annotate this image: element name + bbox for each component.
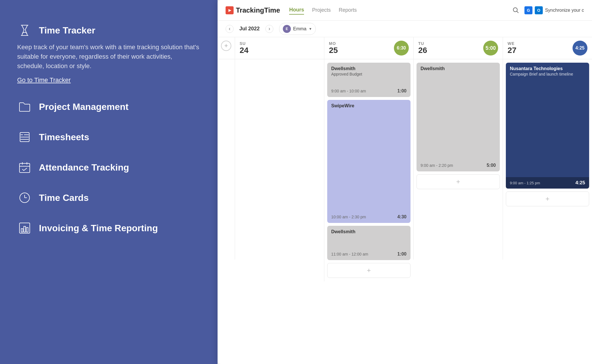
nav-links: Hours Projects Reports [289, 6, 502, 15]
sync-label: Synchronize your c [545, 8, 584, 13]
next-week-button[interactable]: › [265, 25, 273, 33]
user-name: Emma [293, 26, 306, 31]
svg-rect-14 [24, 226, 25, 232]
svg-rect-5 [19, 163, 30, 173]
search-button[interactable] [511, 5, 521, 15]
prev-week-button[interactable]: ‹ [226, 25, 234, 33]
day-name-we: WE [508, 41, 516, 46]
chart-icon [17, 221, 32, 236]
svg-line-17 [517, 11, 518, 13]
we-hours-badge: 4:25 [573, 41, 587, 56]
sync-area: G O Synchronize your c [524, 6, 584, 14]
nav-reports[interactable]: Reports [339, 6, 357, 14]
nav-hours[interactable]: Hours [289, 6, 304, 15]
event-footer: 11:00 am - 12:00 am 1:00 [331, 249, 406, 257]
time-cards-label: Time Cards [39, 193, 89, 203]
feature-attendance-tracking[interactable]: Attendance Tracking [17, 160, 200, 175]
day-info-mo: MO 25 [329, 41, 338, 55]
nav-projects[interactable]: Projects [312, 6, 331, 14]
event-footer: 9:00 am - 10:00 am 1:00 [331, 86, 406, 94]
app-header: TrackingTime Hours Projects Reports G O … [218, 0, 592, 21]
invoicing-label: Invoicing & Time Reporting [39, 223, 158, 234]
day-header-su24: SU 24 [235, 37, 324, 59]
event-subtitle: Approved Budget [331, 72, 406, 76]
event-duration: 1:00 [397, 88, 406, 94]
event-we-nusantara[interactable]: Nusantara Technologies Campaign Brief an… [506, 63, 589, 189]
project-management-label: Project Management [39, 102, 129, 112]
day-num-mo: 25 [329, 46, 338, 55]
day-info-tu: TU 26 [418, 41, 427, 55]
mo-hours-badge: 6:30 [394, 41, 409, 56]
mo25-events-col: Dwellsmith Approved Budget 9:00 am - 10:… [324, 59, 413, 281]
calendar-area: + SU 24 MO 25 6:30 TU [218, 37, 592, 364]
event-title: Dwellsmith [421, 66, 496, 71]
day-num-tu: 26 [418, 46, 427, 55]
header-right: G O Synchronize your c [511, 5, 584, 15]
day-num-we: 27 [508, 46, 516, 55]
day-name-mo: MO [329, 41, 338, 46]
svg-rect-13 [21, 229, 23, 232]
event-time-range: 9:00 am - 2:20 pm [421, 163, 453, 168]
hourglass-icon [17, 23, 32, 38]
attendance-tracking-label: Attendance Tracking [39, 162, 129, 173]
event-title: Nusantara Technologies [510, 66, 585, 71]
left-panel: Time Tracker Keep track of your team's w… [0, 0, 218, 364]
calendar-check-icon [17, 160, 32, 175]
event-duration: 5:00 [487, 163, 496, 168]
clock-icon [17, 190, 32, 205]
day-header-we27: WE 27 4:25 [503, 37, 592, 59]
calendar-body: Dwellsmith Approved Budget 9:00 am - 10:… [218, 59, 592, 364]
event-mo-dwellsmith-2[interactable]: Dwellsmith 11:00 am - 12:00 am 1:00 [327, 226, 411, 260]
right-panel: TrackingTime Hours Projects Reports G O … [218, 0, 592, 364]
logo-icon [226, 6, 234, 14]
day-info-su: SU 24 [240, 41, 248, 55]
svg-point-16 [513, 8, 517, 12]
go-to-time-tracker-link[interactable]: Go to Time Tracker [17, 76, 200, 84]
event-footer: 9:00 am - 2:20 pm 5:00 [421, 161, 496, 168]
tu-add-slot[interactable]: + [417, 174, 500, 189]
day-header-mo25: MO 25 6:30 [324, 37, 413, 59]
list-icon [17, 130, 32, 145]
event-title: Dwellsmith [331, 229, 406, 234]
timesheets-label: Timesheets [39, 132, 89, 143]
feature-time-tracker: Time Tracker [17, 23, 200, 38]
we-add-slot[interactable]: + [506, 191, 589, 206]
feature-timesheets[interactable]: Timesheets [17, 130, 200, 145]
spacer: + [218, 37, 235, 59]
event-time-range: 11:00 am - 12:00 am [331, 252, 368, 256]
google-calendar-icon: G [524, 6, 532, 14]
mo-add-slot[interactable]: + [327, 263, 411, 278]
sub-header: ‹ Jul 2022 › E Emma ▼ [218, 21, 592, 37]
day-info-we: WE 27 [508, 41, 516, 55]
time-tracker-label: Time Tracker [39, 25, 95, 36]
add-event-button[interactable]: + [221, 41, 231, 51]
event-mo-dwellsmith-1[interactable]: Dwellsmith Approved Budget 9:00 am - 10:… [327, 63, 411, 97]
user-selector[interactable]: E Emma ▼ [279, 23, 316, 35]
event-title: Dwellsmith [331, 66, 406, 71]
su24-events-col [235, 59, 324, 260]
day-header-tu26: TU 26 5:00 [413, 37, 503, 59]
event-footer: 10:00 am - 2:30 pm 4:30 [331, 212, 406, 219]
we-time-range: 9:00 am - 1:25 pm [510, 181, 540, 185]
event-tu-dwellsmith[interactable]: Dwellsmith 9:00 am - 2:20 pm 5:00 [417, 63, 500, 171]
day-headers: + SU 24 MO 25 6:30 TU [218, 37, 592, 59]
event-time-range: 9:00 am - 10:00 am [331, 89, 366, 93]
time-tracker-description: Keep track of your team's work with a ti… [17, 42, 200, 71]
folder-icon [17, 99, 32, 114]
tu26-events-col: Dwellsmith 9:00 am - 2:20 pm 5:00 + [413, 59, 503, 260]
feature-project-management[interactable]: Project Management [17, 99, 200, 114]
svg-rect-15 [26, 228, 28, 232]
outlook-icon: O [535, 6, 543, 14]
feature-time-cards[interactable]: Time Cards [17, 190, 200, 205]
we27-events-col: Nusantara Technologies Campaign Brief an… [503, 59, 592, 260]
user-avatar: E [283, 25, 291, 33]
chevron-down-icon: ▼ [309, 27, 312, 31]
event-subtitle: Campaign Brief and launch timeline [510, 72, 585, 76]
event-mo-swipewire[interactable]: SwipeWire 10:00 am - 2:30 pm 4:30 [327, 100, 411, 223]
we-duration: 4:25 [575, 180, 585, 186]
feature-invoicing[interactable]: Invoicing & Time Reporting [17, 221, 200, 236]
current-month: Jul 2022 [239, 26, 260, 32]
event-title: SwipeWire [331, 103, 406, 108]
event-duration: 4:30 [397, 214, 406, 219]
event-time-range: 10:00 am - 2:30 pm [331, 215, 366, 219]
